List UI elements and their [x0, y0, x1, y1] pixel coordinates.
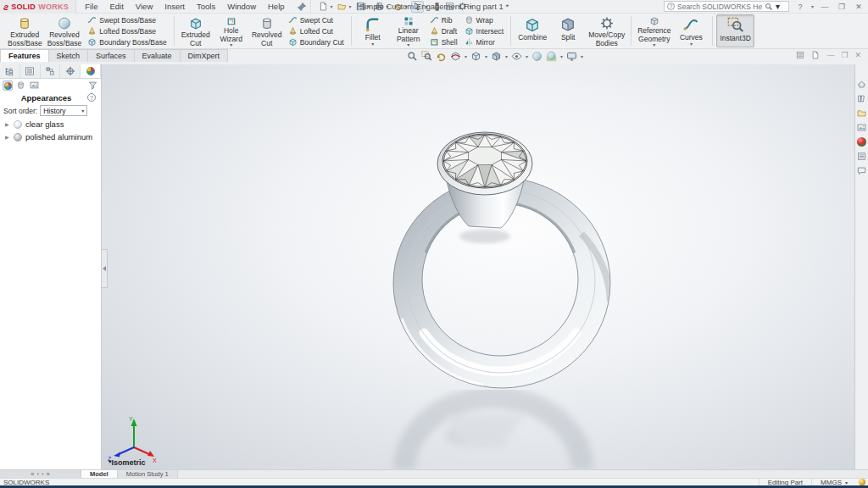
new-button[interactable] — [318, 1, 329, 13]
help-search-box[interactable]: ? ▾ — [664, 1, 789, 12]
view-settings-icon[interactable] — [566, 51, 577, 62]
view-decals-button[interactable] — [16, 80, 26, 91]
search-icon[interactable] — [765, 3, 773, 11]
open-button[interactable] — [337, 1, 348, 13]
swept-cut-button[interactable]: Swept Cut — [287, 15, 346, 25]
open-caret-icon[interactable]: ▾ — [349, 3, 352, 9]
restore-button[interactable]: ❐ — [836, 3, 848, 11]
expand-icon[interactable]: ▶ — [5, 121, 10, 127]
reference-geometry-button[interactable]: Reference Geometry ▾ — [635, 14, 673, 47]
display-style-icon[interactable] — [491, 51, 502, 62]
tab-dimxpert-manager[interactable] — [60, 64, 81, 78]
tag-ball-icon[interactable] — [859, 479, 865, 485]
linear-pattern-caret-icon[interactable]: ▾ — [407, 43, 409, 47]
menu-insert[interactable]: Insert — [164, 2, 185, 11]
save-button[interactable] — [355, 1, 366, 13]
search-input[interactable] — [677, 3, 762, 11]
move-copy-bodies-button[interactable]: Move/Copy Bodies — [586, 14, 627, 47]
nav-prev-icon[interactable]: ‹ — [37, 470, 40, 478]
doc-minimize-button[interactable]: — — [826, 51, 834, 59]
reference-geometry-caret-icon[interactable]: ▾ — [653, 43, 655, 47]
display-style-caret-icon[interactable]: ▾ — [505, 53, 508, 59]
tab-sketch[interactable]: Sketch — [48, 49, 89, 62]
save-caret-icon[interactable]: ▾ — [368, 3, 370, 9]
select-tool-button[interactable] — [411, 1, 424, 13]
appearances-scenes-icon[interactable] — [857, 137, 866, 147]
view-orientation-caret-icon[interactable]: ▾ — [485, 53, 487, 59]
solidworks-forum-icon[interactable] — [857, 166, 866, 175]
design-library-icon[interactable] — [857, 94, 866, 103]
apply-scene-caret-icon[interactable]: ▾ — [560, 53, 563, 59]
tab-configuration-manager[interactable] — [41, 64, 61, 78]
revolved-boss-base-button[interactable]: Revolved Boss/Base — [45, 14, 85, 47]
nav-next-icon[interactable]: › — [42, 470, 44, 478]
hide-show-caret-icon[interactable]: ▾ — [526, 53, 528, 59]
intersect-button[interactable]: Intersect — [463, 26, 506, 36]
options-button[interactable] — [457, 1, 468, 13]
menu-view[interactable]: View — [136, 2, 153, 11]
help-button[interactable]: ? — [794, 3, 806, 11]
menu-tools[interactable]: Tools — [197, 2, 215, 11]
panel-splitter-handle[interactable] — [102, 249, 108, 288]
appearance-item-clear-glass[interactable]: ▶ clear glass — [0, 118, 101, 130]
print-button[interactable] — [374, 1, 385, 13]
help-caret-icon[interactable]: ▾ — [811, 3, 814, 9]
pin-menu-icon[interactable] — [297, 2, 307, 12]
tab-model[interactable]: Model — [81, 470, 118, 478]
graphics-viewport[interactable]: Y X Z *Isometric — [102, 64, 854, 469]
rib-button[interactable]: Rib — [428, 15, 459, 25]
nav-last-icon[interactable]: » — [47, 470, 50, 478]
edit-appearance-icon[interactable] — [531, 51, 542, 62]
tab-surfaces[interactable]: Surfaces — [87, 49, 135, 62]
menu-edit[interactable]: Edit — [109, 2, 123, 11]
zoom-to-fit-icon[interactable] — [407, 51, 418, 62]
sort-order-select[interactable]: History ▾ — [40, 105, 87, 116]
view-orientation-icon[interactable] — [470, 51, 481, 62]
lofted-boss-base-button[interactable]: Lofted Boss/Base — [86, 26, 168, 36]
fillet-button[interactable]: Fillet ▾ — [355, 14, 391, 47]
tab-nav-buttons[interactable]: « ‹ › » — [0, 470, 81, 478]
wrap-button[interactable]: Wrap — [463, 15, 506, 25]
panel-help-icon[interactable]: ? — [87, 93, 96, 102]
boundary-boss-base-button[interactable]: Boundary Boss/Base — [86, 37, 168, 47]
ring-model[interactable]: Y X Z — [102, 64, 854, 469]
filter-icon[interactable] — [88, 80, 98, 91]
previous-view-icon[interactable] — [436, 51, 447, 62]
doc-restore-button[interactable]: ❐ — [841, 51, 848, 59]
menu-file[interactable]: File — [85, 2, 97, 11]
solidworks-resources-icon[interactable] — [857, 80, 866, 89]
search-caret-icon[interactable]: ▾ — [776, 2, 780, 11]
linear-pattern-button[interactable]: Linear Pattern ▾ — [391, 14, 426, 47]
hole-wizard-caret-icon[interactable]: ▾ — [230, 43, 232, 47]
revolved-cut-button[interactable]: Revolved Cut — [249, 14, 285, 47]
view-scene-lights-button[interactable] — [30, 80, 40, 91]
nav-first-icon[interactable]: « — [31, 470, 34, 478]
mirror-button[interactable]: Mirror — [463, 37, 506, 47]
draft-button[interactable]: Draft — [428, 26, 459, 36]
curves-button[interactable]: Curves ▾ — [673, 14, 709, 47]
expand-icon[interactable]: ▶ — [5, 134, 10, 140]
instant3d-button[interactable]: Instant3D — [716, 14, 754, 47]
fillet-caret-icon[interactable]: ▾ — [371, 42, 374, 47]
undo-caret-icon[interactable]: ▾ — [405, 3, 408, 9]
appearance-item-polished-aluminum[interactable]: ▶ polished aluminum — [0, 130, 101, 143]
menu-help[interactable]: Help — [268, 2, 285, 11]
close-button[interactable]: ✕ — [853, 3, 865, 11]
menu-window[interactable]: Window — [227, 2, 256, 11]
lofted-cut-button[interactable]: Lofted Cut — [287, 26, 346, 36]
file-explorer-icon[interactable] — [857, 108, 866, 118]
zoom-to-area-icon[interactable] — [421, 51, 432, 62]
status-units-select[interactable]: MMGS▾ — [811, 479, 856, 485]
apply-scene-icon[interactable] — [546, 51, 557, 62]
show-pane-icon[interactable] — [811, 51, 820, 59]
boundary-cut-button[interactable]: Boundary Cut — [287, 37, 346, 47]
tab-property-manager[interactable] — [20, 64, 41, 78]
hole-wizard-button[interactable]: Hole Wizard ▾ — [214, 14, 249, 47]
extruded-cut-button[interactable]: Extruded Cut — [178, 14, 214, 47]
tab-features[interactable]: Features — [0, 49, 49, 62]
minimize-button[interactable]: — — [819, 3, 831, 11]
custom-properties-icon[interactable] — [857, 152, 866, 161]
view-appearances-button[interactable] — [3, 80, 13, 91]
select-caret-icon[interactable]: ▾ — [426, 3, 428, 9]
swept-boss-base-button[interactable]: Swept Boss/Base — [86, 15, 168, 25]
